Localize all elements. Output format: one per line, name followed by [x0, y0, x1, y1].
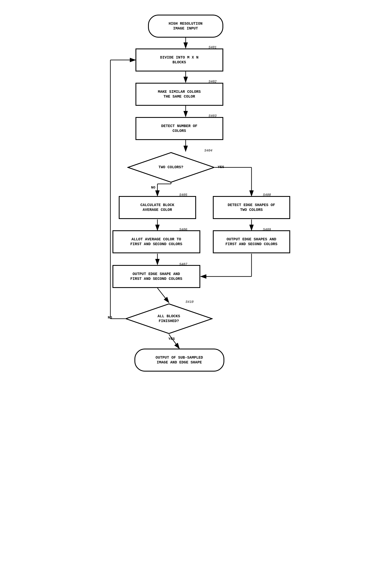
calc-avg-color-node: CALCULATE BLOCKAVERAGE COLOR [119, 196, 196, 219]
two-colors-diamond: TWO COLORS? [127, 152, 215, 183]
output-edge-shapes-node: OUTPUT EDGE SHAPES ANDFIRST AND SECOND C… [213, 230, 290, 253]
no-label-d2: NO [108, 316, 112, 320]
start-node: HIGH RESOLUTION IMAGE INPUT [148, 15, 223, 38]
no-label-d1: NO [151, 186, 155, 190]
allot-avg-color-node: ALLOT AVERAGE COLOR TOFIRST AND SECOND C… [113, 230, 200, 253]
end-node: OUTPUT OF SUB-SAMPLEDIMAGE AND EDGE SHAP… [134, 349, 224, 371]
divide-blocks-node: DIVIDE INTO M X NBLOCKS [135, 49, 223, 71]
output-edge-shape-node: OUTPUT EDGE SHAPE ANDFIRST AND SECOND CO… [113, 265, 200, 288]
yes-label-d1: YES [218, 165, 224, 169]
similar-colors-node: MAKE SIMILAR COLORSTHE SAME COLOR [135, 83, 223, 106]
all-blocks-finished-diamond: ALL BLOCKSFINISHED? [125, 303, 213, 334]
svg-line-16 [169, 334, 179, 349]
flowchart: HIGH RESOLUTION IMAGE INPUT S401 DIVIDE … [102, 8, 290, 552]
yes-label-d2: YES [169, 337, 175, 341]
detect-colors-node: DETECT NUMBER OFCOLORS [135, 117, 223, 140]
svg-line-15 [157, 288, 169, 303]
detect-edge-shapes-node: DETECT EDGE SHAPES OFTWO COLORS [213, 196, 290, 219]
